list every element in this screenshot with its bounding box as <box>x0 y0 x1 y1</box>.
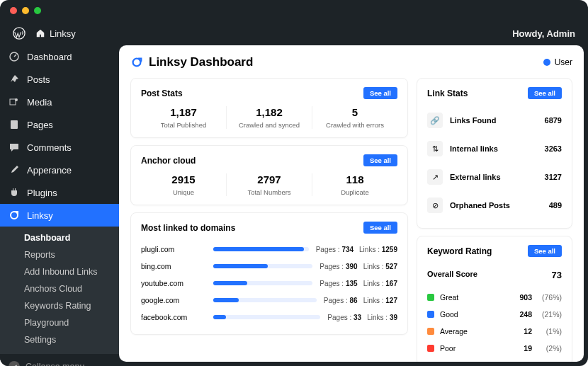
close-dot[interactable] <box>10 7 17 14</box>
window-titlebar <box>0 0 588 21</box>
domain-bar <box>213 281 312 285</box>
link-stat-icon: 🔗 <box>427 113 443 128</box>
color-swatch <box>427 328 434 335</box>
anchor-cloud-title: Anchor cloud <box>141 156 196 166</box>
menu-pages[interactable]: Pages <box>0 113 119 136</box>
sub-add-inbound[interactable]: Add Inbound Links <box>0 263 119 280</box>
menu-posts[interactable]: Posts <box>0 68 119 91</box>
page-icon <box>9 119 20 130</box>
svg-point-3 <box>15 98 18 101</box>
domain-name: bing.com <box>141 262 206 270</box>
plug-icon <box>9 187 20 198</box>
domain-row: plugli.comPages : 734Links : 1259 <box>141 241 397 258</box>
link-stat-icon: ↗ <box>427 169 443 185</box>
domain-name: google.com <box>141 296 206 304</box>
stat-total: 2797Total Numbers <box>227 173 312 196</box>
link-stat-row: ↗External links3127 <box>427 163 562 191</box>
admin-sidebar: Dashboard Posts Media Pages Comments App… <box>0 45 119 366</box>
domain-bar <box>213 315 320 319</box>
media-icon <box>9 96 20 108</box>
anchor-cloud-seeall[interactable]: See all <box>363 154 397 166</box>
menu-media[interactable]: Media <box>0 91 119 113</box>
keyword-row: Average12(1%) <box>427 323 562 340</box>
menu-dashboard[interactable]: Dashboard <box>0 45 119 68</box>
stat-published: 1,187Total Published <box>141 106 227 129</box>
main-content: Linksy Dashboard User Post StatsSee all … <box>119 45 584 362</box>
comment-icon <box>9 142 20 153</box>
overall-label: Overall Score <box>427 270 477 280</box>
user-label[interactable]: User <box>555 57 572 67</box>
svg-point-5 <box>11 212 18 219</box>
overall-score: 73 <box>552 270 562 280</box>
domains-card: Most linked to domainsSee all plugli.com… <box>130 212 408 335</box>
color-swatch <box>427 345 434 352</box>
collapse-menu[interactable]: ◀Collapse menu <box>0 354 119 366</box>
menu-comments[interactable]: Comments <box>0 136 119 159</box>
link-stat-icon: ⇅ <box>427 141 443 156</box>
wordpress-icon[interactable] <box>13 27 26 40</box>
linksy-submenu: Dashboard Reports Add Inbound Links Anch… <box>0 227 119 354</box>
stat-duplicate: 118Duplicate <box>312 173 397 196</box>
post-stats-title: Post Stats <box>141 88 183 98</box>
home-icon[interactable] <box>35 28 45 38</box>
domain-name: plugli.com <box>141 245 206 253</box>
stat-unique: 2915Unique <box>141 173 227 196</box>
domains-title: Most linked to domains <box>141 223 235 233</box>
menu-appearance[interactable]: Apperance <box>0 159 119 181</box>
link-stat-row: 🔗Links Found6879 <box>427 106 562 135</box>
sub-anchors-cloud[interactable]: Anchors Cloud <box>0 280 119 297</box>
link-stat-icon: ⊘ <box>427 198 443 213</box>
admin-topbar: Linksy Howdy, Admin <box>0 21 588 45</box>
domain-row: facebook.comPages : 33Links : 39 <box>141 309 397 326</box>
link-stats-seeall[interactable]: See all <box>528 87 562 99</box>
domains-seeall[interactable]: See all <box>363 222 397 234</box>
min-dot[interactable] <box>22 7 29 14</box>
svg-point-6 <box>133 59 141 67</box>
linksy-icon <box>9 210 20 221</box>
page-title: Linksy Dashboard <box>149 55 253 69</box>
domain-bar <box>213 298 317 302</box>
sub-dashboard[interactable]: Dashboard <box>0 229 119 246</box>
max-dot[interactable] <box>34 7 41 14</box>
sub-settings[interactable]: Settings <box>0 331 119 348</box>
menu-plugins[interactable]: Plugins <box>0 181 119 204</box>
collapse-icon: ◀ <box>9 361 20 366</box>
sub-keywords-rating[interactable]: Keywords Rating <box>0 297 119 314</box>
keyword-title: Keyword Rating <box>427 246 492 256</box>
keyword-row: Good248(21%) <box>427 306 562 323</box>
domain-row: bing.comPages : 390Links : 527 <box>141 258 397 275</box>
gauge-icon <box>9 51 20 62</box>
pin-icon <box>9 74 20 85</box>
link-stats-title: Link Stats <box>427 88 468 98</box>
user-status-dot <box>543 59 550 66</box>
link-stat-row: ⊘Orphaned Posts489 <box>427 191 562 219</box>
stat-errors: 5Crawled with errors <box>312 106 397 129</box>
stat-crawled: 1,182Crawled and synced <box>227 106 312 129</box>
sub-playground[interactable]: Playground <box>0 314 119 331</box>
keyword-seeall[interactable]: See all <box>528 245 562 257</box>
link-stat-row: ⇅Internal links3263 <box>427 135 562 163</box>
color-swatch <box>427 294 434 301</box>
post-stats-card: Post StatsSee all 1,187Total Published 1… <box>130 78 408 138</box>
keyword-row: Great903(76%) <box>427 289 562 306</box>
anchor-cloud-card: Anchor cloudSee all 2915Unique 2797Total… <box>130 145 408 205</box>
sub-reports[interactable]: Reports <box>0 246 119 263</box>
site-name[interactable]: Linksy <box>50 28 76 39</box>
brush-icon <box>9 164 20 176</box>
post-stats-seeall[interactable]: See all <box>363 87 397 99</box>
domain-bar <box>213 264 312 268</box>
linksy-logo-icon <box>130 56 143 69</box>
color-swatch <box>427 311 434 318</box>
link-stats-card: Link StatsSee all 🔗Links Found6879⇅Inter… <box>417 78 572 229</box>
domain-row: google.comPages : 86Links : 127 <box>141 292 397 309</box>
svg-rect-2 <box>10 99 16 105</box>
keyword-rating-card: Keyword RatingSee all Overall Score73 Gr… <box>417 236 572 362</box>
keyword-row: Poor19(2%) <box>427 340 562 357</box>
menu-linksy[interactable]: Linksy <box>0 204 119 227</box>
domain-row: youtube.comPages : 135Links : 167 <box>141 275 397 292</box>
svg-rect-4 <box>11 120 18 129</box>
domain-name: youtube.com <box>141 279 206 287</box>
domain-bar <box>213 247 309 251</box>
howdy-text[interactable]: Howdy, Admin <box>512 28 575 39</box>
domain-name: facebook.com <box>141 313 206 321</box>
